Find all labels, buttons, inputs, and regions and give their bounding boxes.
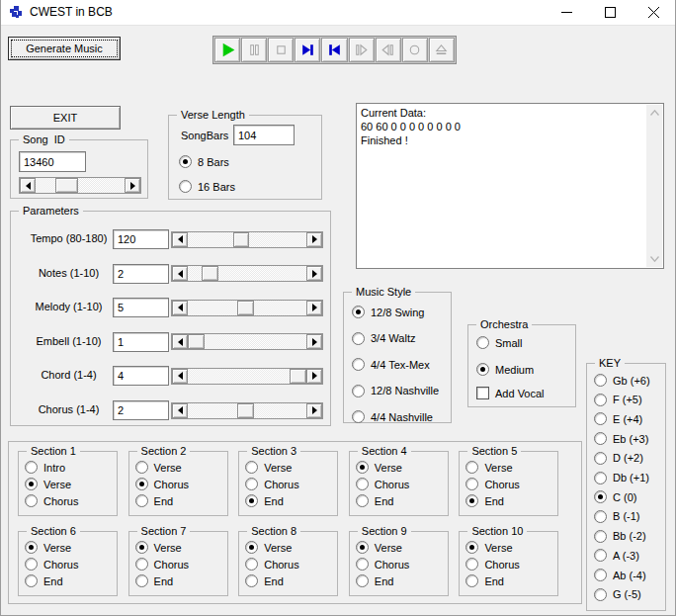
- verse-length-radio-16-bars[interactable]: 16 Bars: [179, 180, 235, 193]
- orchestra-radio-medium[interactable]: Medium: [476, 363, 534, 376]
- chorus-input[interactable]: [113, 400, 169, 420]
- section-7-radio-verse[interactable]: Verse: [135, 541, 182, 554]
- verse-length-radio-8-bars[interactable]: 8 Bars: [179, 155, 229, 168]
- chorus-scroll-left-button[interactable]: [172, 403, 188, 418]
- section-6-radio-end[interactable]: End: [25, 574, 63, 587]
- scroll-up-button[interactable]: [646, 105, 662, 121]
- section-5-radio-end[interactable]: End: [465, 494, 504, 507]
- tempo-scroll-left-button[interactable]: [172, 232, 188, 247]
- notes-scroll-left-button[interactable]: [172, 266, 188, 281]
- back-button[interactable]: [376, 38, 401, 62]
- play-button[interactable]: [214, 38, 240, 62]
- section-3-radio-end[interactable]: End: [245, 494, 284, 507]
- section-8-radio-verse[interactable]: Verse: [245, 541, 292, 554]
- chord-scroll-right-button[interactable]: [306, 369, 322, 384]
- section-10-radio-end[interactable]: End: [465, 574, 504, 587]
- section-9-radio-end[interactable]: End: [356, 574, 394, 587]
- melody-scroll-left-button[interactable]: [172, 301, 188, 315]
- songbars-input[interactable]: [233, 125, 295, 145]
- maximize-button[interactable]: [588, 0, 632, 25]
- section-4-radio-verse[interactable]: Verse: [356, 461, 402, 474]
- embell-scroll-right-button[interactable]: [306, 334, 322, 349]
- chord-scroll-track[interactable]: [188, 369, 306, 384]
- section-8-radio-end[interactable]: End: [245, 574, 284, 587]
- record-button[interactable]: [402, 38, 428, 62]
- melody-scroll-track[interactable]: [188, 301, 306, 315]
- pause-button[interactable]: [241, 38, 267, 62]
- section-1-radio-chorus[interactable]: Chorus: [25, 494, 78, 507]
- key-radio-ab-4[interactable]: Ab (-4): [594, 569, 646, 581]
- tempo-scroll-right-button[interactable]: [306, 232, 322, 247]
- key-radio-a-3[interactable]: A (-3): [594, 549, 639, 562]
- song-id-input[interactable]: [19, 151, 86, 172]
- embell-input[interactable]: [113, 332, 169, 352]
- melody-input[interactable]: [113, 298, 169, 317]
- song-id-scroll-right-button[interactable]: [125, 178, 140, 193]
- section-7-radio-end[interactable]: End: [135, 574, 174, 587]
- next-button[interactable]: [295, 38, 320, 62]
- generate-music-button[interactable]: Generate Music: [8, 37, 121, 60]
- orchestra-radio-small[interactable]: Small: [476, 336, 523, 349]
- chorus-scroll-thumb[interactable]: [237, 403, 254, 418]
- section-3-radio-verse[interactable]: Verse: [245, 461, 292, 474]
- music-style-radio-12-8-nashville[interactable]: 12/8 Nashville: [352, 385, 439, 397]
- key-radio-bb-2[interactable]: Bb (-2): [594, 530, 646, 543]
- section-2-radio-verse[interactable]: Verse: [135, 461, 182, 474]
- chord-scroll-thumb[interactable]: [290, 369, 306, 384]
- section-10-radio-verse[interactable]: Verse: [465, 541, 512, 554]
- tempo-scrollbar[interactable]: [171, 231, 323, 248]
- song-id-scroll-thumb[interactable]: [55, 178, 78, 193]
- section-4-radio-chorus[interactable]: Chorus: [356, 478, 409, 490]
- key-radio-eb-3[interactable]: Eb (+3): [594, 432, 648, 445]
- embell-scrollbar[interactable]: [171, 333, 323, 350]
- music-style-radio-3-4-waltz[interactable]: 3/4 Waltz: [352, 332, 415, 345]
- output-vertical-scrollbar[interactable]: [646, 105, 662, 267]
- section-6-radio-verse[interactable]: Verse: [25, 541, 71, 554]
- music-style-radio-4-4-nashville[interactable]: 4/4 Nashville: [352, 410, 433, 423]
- melody-scroll-right-button[interactable]: [306, 301, 322, 315]
- section-7-radio-chorus[interactable]: Chorus: [135, 558, 189, 571]
- notes-scroll-track[interactable]: [188, 266, 306, 281]
- key-radio-g-5[interactable]: G (-5): [594, 588, 641, 601]
- section-9-radio-chorus[interactable]: Chorus: [356, 558, 409, 571]
- notes-scroll-right-button[interactable]: [306, 266, 322, 281]
- prev-button[interactable]: [321, 38, 347, 62]
- song-id-scrollbar[interactable]: [19, 177, 141, 194]
- chorus-scroll-right-button[interactable]: [306, 403, 322, 418]
- scroll-down-button[interactable]: [646, 251, 662, 267]
- tempo-scroll-thumb[interactable]: [233, 232, 250, 247]
- chord-input[interactable]: [113, 366, 169, 386]
- key-radio-b-1[interactable]: B (-1): [594, 510, 640, 523]
- notes-input[interactable]: [113, 264, 169, 284]
- chord-scroll-left-button[interactable]: [172, 369, 188, 384]
- key-radio-e-4[interactable]: E (+4): [594, 412, 642, 425]
- stop-button[interactable]: [268, 38, 294, 62]
- minimize-button[interactable]: [545, 0, 588, 25]
- section-2-radio-chorus[interactable]: Chorus: [135, 478, 189, 490]
- section-1-radio-intro[interactable]: Intro: [25, 461, 65, 474]
- melody-scroll-thumb[interactable]: [237, 301, 254, 315]
- embell-scroll-left-button[interactable]: [172, 334, 188, 349]
- section-5-radio-verse[interactable]: Verse: [465, 461, 512, 474]
- section-5-radio-chorus[interactable]: Chorus: [465, 478, 519, 490]
- melody-scrollbar[interactable]: [171, 300, 323, 316]
- section-2-radio-end[interactable]: End: [135, 494, 174, 507]
- chorus-scrollbar[interactable]: [171, 402, 323, 419]
- song-id-scroll-left-button[interactable]: [20, 178, 36, 193]
- key-radio-gb-6[interactable]: Gb (+6): [594, 374, 650, 387]
- music-style-radio-4-4-tex-mex[interactable]: 4/4 Tex-Mex: [352, 358, 430, 371]
- notes-scroll-thumb[interactable]: [202, 266, 218, 281]
- key-radio-f-5[interactable]: F (+5): [594, 394, 642, 406]
- section-6-radio-chorus[interactable]: Chorus: [25, 558, 78, 571]
- chord-scrollbar[interactable]: [171, 368, 323, 385]
- song-id-scroll-track[interactable]: [36, 178, 125, 193]
- section-3-radio-chorus[interactable]: Chorus: [245, 478, 298, 490]
- eject-button[interactable]: [429, 38, 455, 62]
- music-style-radio-12-8-swing[interactable]: 12/8 Swing: [352, 306, 424, 318]
- section-10-radio-chorus[interactable]: Chorus: [465, 558, 519, 571]
- key-radio-d-2[interactable]: D (+2): [594, 452, 643, 465]
- notes-scrollbar[interactable]: [171, 265, 323, 282]
- close-button[interactable]: [632, 0, 675, 25]
- output-memo[interactable]: Current Data:60 60 0 0 0 0 0 0 0 0Finish…: [356, 103, 664, 269]
- embell-scroll-track[interactable]: [188, 334, 306, 349]
